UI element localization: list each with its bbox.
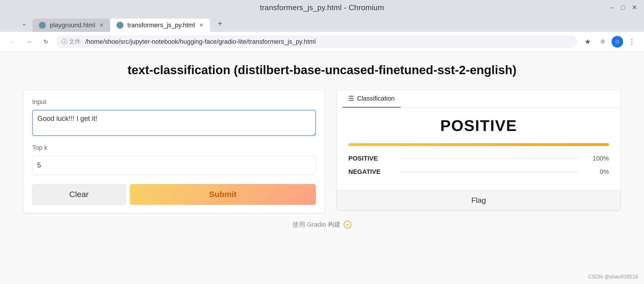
- address-wrapper: ⓘ 文件 /home/shoe/src/jupyter-notebook/hug…: [56, 35, 577, 48]
- page-title: text-classification (distilbert-base-unc…: [23, 63, 621, 77]
- experiments-button[interactable]: ⚛: [596, 35, 609, 48]
- submit-button[interactable]: Submit: [130, 184, 316, 205]
- toolbar-right: ★ ⚛ ☺ ⋮: [581, 35, 638, 48]
- tab-label-transformers: transformers_js_py.html: [128, 21, 195, 29]
- tab-icon-transformers: 🌐: [117, 22, 123, 29]
- minimize-button[interactable]: –: [610, 4, 614, 11]
- watermark: CSDN @shao918516: [588, 274, 638, 280]
- negative-label: NEGATIVE: [348, 168, 395, 176]
- profile-avatar[interactable]: ☺: [612, 36, 623, 48]
- new-tab-button[interactable]: +: [213, 17, 227, 30]
- classification-tab-label: Classification: [357, 95, 395, 102]
- topk-input[interactable]: [32, 156, 316, 175]
- buttons-row: Clear Submit: [32, 184, 316, 205]
- positive-label: POSITIVE: [348, 155, 395, 162]
- address-input[interactable]: /home/shoe/src/jupyter-notebook/hugging-…: [56, 35, 577, 48]
- topk-label: Top k: [32, 144, 316, 152]
- back-button[interactable]: ←: [6, 35, 19, 48]
- footer-text: 使用 Gradio 构建: [292, 220, 341, 229]
- tab-transformers[interactable]: 🌐 transformers_js_py.html ✕: [110, 19, 210, 32]
- menu-button[interactable]: ⋮: [625, 35, 638, 48]
- classification-tab-bar: ☰ Classification: [337, 90, 621, 108]
- classification-tab[interactable]: ☰ Classification: [343, 90, 401, 108]
- tab-bar: ⌄ 🌐 playground.html ✕ 🌐 transformers_js_…: [0, 15, 644, 32]
- title-bar: transformers_js_py.html - Chromium – □ ✕: [0, 0, 644, 15]
- clear-button[interactable]: Clear: [32, 184, 126, 205]
- result-area: POSITIVE POSITIVE 100% NEGATIVE 0%: [337, 108, 621, 190]
- classification-tab-icon: ☰: [348, 95, 354, 102]
- input-label: Input: [32, 98, 316, 106]
- positive-value: 100%: [586, 155, 609, 162]
- main-layout: Input Top k Clear Submit ☰ Classificatio…: [23, 90, 621, 213]
- address-bar: ← → ↻ ⓘ 文件 /home/shoe/src/jupyter-notebo…: [0, 32, 644, 52]
- input-textarea[interactable]: [32, 110, 316, 136]
- tab-dropdown-button[interactable]: ⌄: [17, 17, 31, 30]
- maximize-button[interactable]: □: [621, 4, 625, 11]
- tab-close-playground[interactable]: ✕: [99, 22, 104, 28]
- negative-row: NEGATIVE 0%: [348, 168, 609, 176]
- address-path: /home/shoe/src/jupyter-notebook/hugging-…: [85, 38, 316, 45]
- left-panel: Input Top k Clear Submit: [23, 90, 325, 213]
- tab-label-playground: playground.html: [50, 21, 95, 29]
- close-button[interactable]: ✕: [632, 4, 637, 11]
- bookmark-button[interactable]: ★: [581, 35, 594, 48]
- window-title: transformers_js_py.html - Chromium: [260, 3, 384, 12]
- negative-value: 0%: [586, 168, 609, 176]
- flag-button[interactable]: Flag: [337, 190, 621, 210]
- gradio-logo-icon: [343, 221, 352, 229]
- tab-playground[interactable]: 🌐 playground.html ✕: [32, 19, 110, 32]
- result-label: POSITIVE: [348, 116, 609, 134]
- negative-bar: [401, 172, 580, 172]
- positive-row: POSITIVE 100%: [348, 155, 609, 162]
- right-panel: ☰ Classification POSITIVE POSITIVE 100% …: [336, 90, 621, 211]
- topk-section: Top k: [32, 144, 316, 175]
- positive-bar: [401, 158, 580, 159]
- footer: 使用 Gradio 构建: [23, 213, 621, 232]
- reload-button[interactable]: ↻: [39, 35, 52, 48]
- browser-chrome: transformers_js_py.html - Chromium – □ ✕…: [0, 0, 644, 52]
- forward-button[interactable]: →: [23, 35, 35, 48]
- main-progress-bar: [348, 143, 609, 146]
- tab-close-transformers[interactable]: ✕: [199, 22, 203, 28]
- window-controls: – □ ✕: [610, 4, 637, 11]
- tab-icon-playground: 🌐: [39, 22, 46, 29]
- page-content: text-classification (distilbert-base-unc…: [0, 52, 644, 284]
